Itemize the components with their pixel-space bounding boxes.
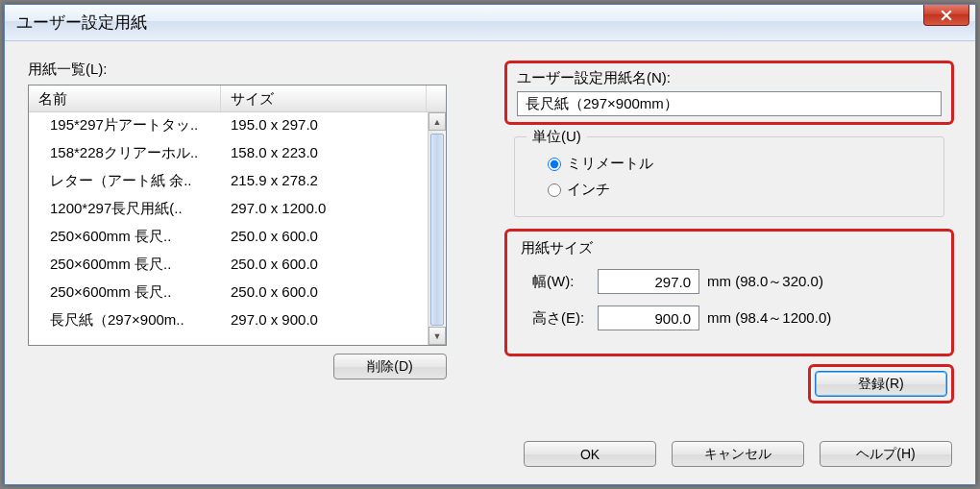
list-item-size: 297.0 x 1200.0: [221, 200, 427, 220]
delete-button[interactable]: 削除(D): [333, 354, 447, 379]
list-item-name: レター（アート紙 余..: [29, 172, 221, 192]
width-label: 幅(W):: [521, 273, 598, 291]
ok-button[interactable]: OK: [524, 441, 656, 467]
titlebar[interactable]: ユーザー設定用紙: [5, 5, 975, 41]
list-item-name: 250×600mm 長尺..: [29, 283, 221, 304]
scrollbar[interactable]: ▲ ▼: [428, 112, 446, 345]
list-body: 195*297片アートタッ..195.0 x 297.0158*228クリアーホ…: [29, 112, 446, 345]
register-highlight: 登録(R): [808, 364, 954, 403]
scroll-down-arrow[interactable]: ▼: [429, 327, 446, 345]
right-pane: ユーザー設定用紙名(N): 単位(U) ミリメートル インチ 用紙サイズ 幅(W…: [504, 61, 954, 403]
unit-groupbox: 単位(U) ミリメートル インチ: [514, 136, 944, 217]
list-item-name: 250×600mm 長尺..: [29, 256, 221, 276]
paper-name-label: ユーザー設定用紙名(N):: [517, 69, 942, 87]
paper-list[interactable]: 名前 サイズ 195*297片アートタッ..195.0 x 297.0158*2…: [28, 85, 447, 346]
radio-millimeter[interactable]: [548, 158, 561, 171]
height-input[interactable]: [598, 306, 699, 330]
unit-group-title: 単位(U): [527, 128, 587, 146]
height-range: mm (98.4～1200.0): [707, 309, 831, 328]
list-item-size: 195.0 x 297.0: [221, 116, 427, 136]
list-item-name: 長尺紙（297×900m..: [29, 311, 221, 331]
width-input[interactable]: [598, 269, 699, 294]
list-item[interactable]: 250×600mm 長尺..250.0 x 600.0: [29, 224, 446, 252]
close-button[interactable]: [923, 5, 969, 26]
list-item[interactable]: 158*228クリアーホル..158.0 x 223.0: [29, 140, 446, 168]
paper-name-input[interactable]: [517, 91, 942, 116]
list-header[interactable]: 名前 サイズ: [29, 86, 446, 112]
list-item-name: 1200*297長尺用紙(..: [29, 200, 221, 220]
dialog-buttons: OK キャンセル ヘルプ(H): [524, 441, 952, 467]
height-label: 高さ(E):: [521, 309, 598, 328]
radio-millimeter-label: ミリメートル: [567, 155, 653, 173]
name-highlight: ユーザー設定用紙名(N):: [504, 61, 954, 125]
column-header-size[interactable]: サイズ: [221, 86, 427, 111]
list-item-name: 158*228クリアーホル..: [29, 144, 221, 164]
width-range: mm (98.0～320.0): [707, 273, 823, 291]
list-item-size: 250.0 x 600.0: [221, 283, 427, 304]
window-title: ユーザー設定用紙: [16, 12, 147, 34]
size-group-title: 用紙サイズ: [521, 239, 938, 257]
list-item-size: 158.0 x 223.0: [221, 144, 427, 164]
scroll-up-arrow[interactable]: ▲: [429, 112, 446, 131]
size-highlight: 用紙サイズ 幅(W): mm (98.0～320.0) 高さ(E): mm (9…: [504, 229, 954, 356]
cancel-button[interactable]: キャンセル: [672, 441, 804, 467]
radio-inch[interactable]: [548, 183, 561, 197]
list-item-name: 250×600mm 長尺..: [29, 228, 221, 248]
list-item[interactable]: 195*297片アートタッ..195.0 x 297.0: [29, 112, 446, 140]
list-item[interactable]: 1200*297長尺用紙(..297.0 x 1200.0: [29, 196, 446, 224]
scroll-thumb[interactable]: [430, 134, 444, 326]
register-button[interactable]: 登録(R): [815, 371, 947, 397]
help-button[interactable]: ヘルプ(H): [820, 441, 952, 467]
radio-inch-label: インチ: [567, 181, 610, 199]
list-item-size: 250.0 x 600.0: [221, 256, 427, 276]
list-item-size: 297.0 x 900.0: [221, 311, 427, 331]
list-item-size: 215.9 x 278.2: [221, 172, 427, 192]
close-icon: [940, 10, 953, 21]
list-item-size: 250.0 x 600.0: [221, 228, 427, 248]
dialog-window: ユーザー設定用紙 用紙一覧(L): 名前 サイズ 195*297片アートタッ..…: [4, 4, 976, 485]
list-item[interactable]: 250×600mm 長尺..250.0 x 600.0: [29, 280, 446, 307]
list-item[interactable]: レター（アート紙 余..215.9 x 278.2: [29, 168, 446, 196]
list-item[interactable]: 250×600mm 長尺..250.0 x 600.0: [29, 252, 446, 280]
column-header-name[interactable]: 名前: [29, 86, 221, 111]
list-item-name: 195*297片アートタッ..: [29, 116, 221, 136]
list-item[interactable]: 長尺紙（297×900m..297.0 x 900.0: [29, 307, 446, 335]
